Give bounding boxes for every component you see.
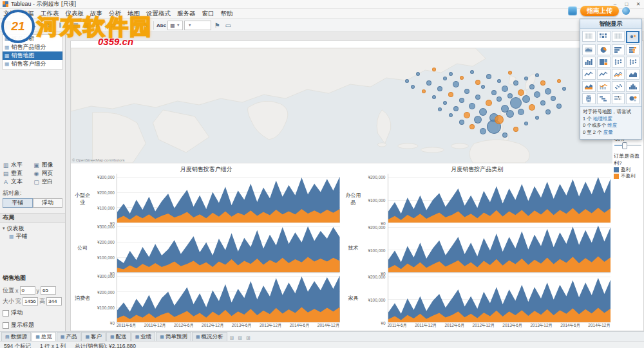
map-mark[interactable] — [551, 96, 556, 101]
map-mark[interactable] — [502, 86, 508, 92]
chart-product-category[interactable]: 月度销售按产品类别办公用品¥200,000¥100,000¥0技术¥200,00… — [342, 165, 613, 331]
menu-item-故事[interactable]: 故事 — [87, 9, 106, 18]
object-网页[interactable]: ◉网页 — [33, 170, 63, 178]
layout-pane-header[interactable]: 布局 — [0, 213, 65, 223]
field-type-link[interactable]: 地理维度 — [593, 116, 612, 122]
abc-icon[interactable]: Abc — [156, 21, 166, 30]
showme-histogram[interactable] — [626, 81, 639, 92]
menu-item-文件[interactable]: 文件 — [0, 9, 19, 18]
guide-dot-icon[interactable] — [622, 7, 630, 15]
tab-概况分析[interactable]: ▦概况分析 — [192, 332, 227, 341]
map-mark[interactable] — [479, 108, 487, 116]
map-mark[interactable] — [506, 110, 514, 118]
show-me-header[interactable]: 智能显示 — [580, 19, 641, 29]
new-story-tab-button[interactable]: ⊞ — [244, 335, 252, 341]
sheet-list-item-概况分析[interactable]: ▦概况分析 — [3, 35, 62, 43]
showme-pie-chart[interactable] — [597, 44, 611, 55]
map-mark[interactable] — [480, 128, 486, 134]
sheet-list-item-销售地图[interactable]: ▦销售地图 — [3, 51, 62, 60]
map-mark[interactable] — [535, 116, 539, 120]
map-mark[interactable] — [432, 95, 436, 99]
map-mark[interactable] — [491, 90, 497, 95]
showme-dual-combination[interactable] — [597, 81, 611, 92]
map-mark[interactable] — [545, 109, 551, 114]
map-mark[interactable] — [459, 120, 464, 125]
layout-tree-tiled[interactable]: ▦ 平铺 — [3, 232, 62, 240]
legend-item-不盈利[interactable]: 不盈利 — [614, 173, 642, 179]
map-mark[interactable] — [416, 72, 420, 76]
map-mark[interactable] — [449, 113, 453, 117]
guide-upload-button[interactable]: 指南上传 — [580, 6, 619, 16]
map-mark[interactable] — [534, 91, 540, 98]
field-type-link[interactable]: 维度 — [607, 122, 617, 128]
map-mark[interactable] — [474, 116, 482, 124]
map-mark[interactable] — [513, 127, 518, 132]
menu-item-地图[interactable]: 地图 — [124, 9, 143, 18]
map-mark[interactable] — [522, 95, 530, 103]
showme-continuous-lines[interactable] — [582, 69, 596, 80]
object-空白[interactable]: ▢空白 — [33, 178, 63, 186]
showme-side-by-side-circles[interactable] — [626, 57, 639, 68]
map-mark[interactable] — [481, 85, 485, 89]
tab-产品[interactable]: ▦产品 — [57, 332, 81, 341]
showme-filled-map[interactable] — [582, 44, 596, 55]
menu-item-仪表板[interactable]: 仪表板 — [62, 9, 88, 18]
map-mark[interactable] — [545, 88, 551, 95]
field-type-link[interactable]: 度量 — [603, 129, 613, 135]
showme-box-plot[interactable] — [582, 93, 596, 104]
new-dashboard-tab-button[interactable]: ⊞ — [236, 335, 244, 341]
guide-icon[interactable] — [568, 6, 577, 15]
map-mark[interactable] — [432, 68, 436, 71]
map-mark[interactable] — [449, 72, 453, 76]
map-mark[interactable] — [524, 122, 528, 125]
map-mark[interactable] — [557, 79, 561, 83]
sheet-list-item-销售产品细分[interactable]: ▦销售产品细分 — [3, 43, 62, 51]
showme-text-table[interactable] — [582, 31, 596, 42]
map-mark[interactable] — [486, 100, 492, 106]
showme-side-by-side-bars[interactable] — [582, 57, 596, 68]
plot-area[interactable] — [117, 174, 340, 223]
menu-item-设置格式[interactable]: 设置格式 — [143, 9, 174, 18]
tab-数据源[interactable]: ▤数据源 — [1, 332, 31, 341]
showme-packed-bubbles[interactable] — [626, 93, 639, 104]
duplicate-icon[interactable]: ▣ — [82, 21, 91, 30]
object-垂直[interactable]: ▤垂直 — [3, 170, 32, 178]
tab-总览[interactable]: ▦总览 — [32, 332, 56, 341]
filter-slider[interactable] — [614, 142, 642, 149]
map-mark[interactable] — [448, 92, 453, 97]
map-mark[interactable] — [562, 87, 566, 91]
map-mark[interactable] — [469, 103, 475, 109]
highlight-icon[interactable]: ✎ — [141, 21, 151, 30]
showme-circle-views[interactable] — [612, 57, 625, 68]
tab-简单预测[interactable]: ▦简单预测 — [156, 332, 191, 341]
pos-y-input[interactable]: 65 — [41, 286, 56, 295]
showme-gantt-chart[interactable] — [597, 93, 611, 104]
showme-area-chart-discrete[interactable] — [582, 81, 596, 92]
showme-highlight-table[interactable] — [612, 31, 625, 42]
map-mark[interactable] — [540, 80, 545, 86]
showme-horizontal-bars[interactable] — [612, 44, 625, 55]
map-mark[interactable] — [518, 89, 524, 96]
size-height-input[interactable]: 344 — [46, 297, 62, 306]
map-mark[interactable] — [464, 89, 469, 94]
map-mark[interactable] — [475, 95, 480, 100]
map-mark[interactable] — [405, 79, 409, 83]
map-mark[interactable] — [411, 85, 415, 89]
size-width-input[interactable]: 1456 — [23, 297, 38, 306]
floating-checkbox[interactable] — [3, 310, 9, 316]
sort-ascending-icon[interactable]: ↑ — [119, 21, 129, 30]
plot-area[interactable] — [117, 273, 340, 323]
map-mark[interactable] — [486, 74, 491, 79]
map-mark[interactable] — [437, 86, 442, 91]
object-文本[interactable]: A文本 — [3, 178, 32, 186]
pause-updates-icon[interactable]: ‖ — [55, 21, 65, 30]
map-mark[interactable] — [540, 100, 545, 105]
map-mark[interactable] — [502, 133, 507, 138]
menu-item-工作表[interactable]: 工作表 — [37, 9, 62, 18]
showme-scatter-plot[interactable] — [612, 81, 625, 92]
sheet-list-item-销售客户细分[interactable]: ▦销售客户细分 — [3, 60, 62, 68]
new-worksheet-tab-button[interactable]: ⊞ — [228, 335, 236, 341]
undo-icon[interactable]: ← — [18, 21, 28, 30]
map-mark[interactable] — [460, 76, 464, 80]
swap-axes-icon[interactable]: ⇄ — [108, 21, 118, 30]
